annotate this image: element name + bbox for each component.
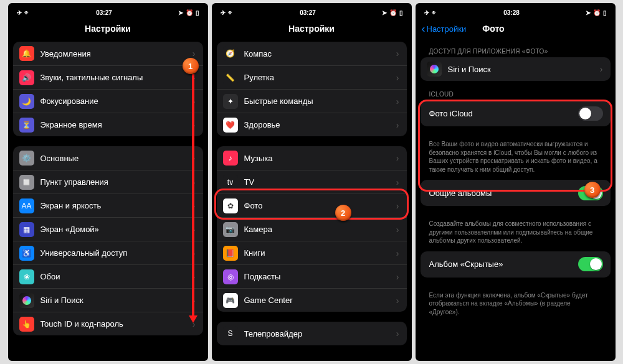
settings-row[interactable]: 👆Touch ID и код-пароль› — [13, 312, 203, 335]
chevron-right-icon: › — [396, 329, 399, 338]
settings-row[interactable]: 🔔Уведомления› — [13, 42, 203, 65]
app-icon: ◎ — [223, 269, 238, 284]
chevron-right-icon: › — [396, 49, 399, 58]
settings-row[interactable]: ❀Обои› — [13, 264, 203, 288]
app-icon: 📷 — [223, 222, 238, 237]
status-bar: ✈︎ᯤ 03:28 ➤⏰▯ — [416, 3, 616, 16]
back-button[interactable]: ‹ Настройки — [422, 22, 467, 35]
group-hidden-album: Альбом «Скрытые» — [421, 251, 611, 278]
wifi-icon: ᯤ — [24, 9, 31, 16]
battery-icon: ▯ — [196, 9, 199, 16]
settings-row[interactable]: ◎Подкасты› — [217, 264, 407, 288]
settings-row[interactable]: ◻️Пункт управления› — [13, 170, 203, 194]
alarm-icon: ⏰ — [593, 9, 601, 16]
page-header: Настройки — [8, 16, 208, 42]
settings-row[interactable]: 🌙Фокусирование› — [13, 89, 203, 113]
settings-row[interactable]: tvTV› — [217, 170, 407, 194]
page-title: Настройки — [288, 24, 335, 34]
row-label: Подкасты — [244, 272, 396, 281]
step-marker-2: 2 — [335, 205, 351, 221]
settings-row[interactable]: 🎮Game Center› — [217, 288, 407, 312]
settings-row[interactable]: 📕Книги› — [217, 241, 407, 264]
step-marker-3: 3 — [584, 182, 601, 198]
row-label: Камера — [244, 225, 396, 234]
settings-row[interactable]: ⏳Экранное время› — [13, 113, 203, 136]
settings-row[interactable]: 📏Рулетка› — [217, 65, 407, 89]
switch-icloud-photo[interactable] — [578, 106, 603, 121]
row-label: Обои — [40, 272, 193, 281]
row-label: Звуки, тактильные сигналы — [40, 73, 193, 82]
settings-row[interactable]: ♪Музыка› — [217, 146, 407, 170]
row-label: Универсальный доступ — [40, 248, 193, 258]
settings-row[interactable]: AAЭкран и яркость› — [13, 194, 203, 217]
row-label: Siri и Поиск — [448, 65, 600, 74]
settings-row[interactable]: ♿Универсальный доступ› — [13, 241, 203, 264]
app-icon: S — [223, 326, 238, 341]
row-hidden-album[interactable]: Альбом «Скрытые» — [421, 251, 611, 278]
chevron-right-icon: › — [396, 153, 399, 163]
row-label: Компас — [244, 49, 396, 58]
page-title: Настройки — [85, 24, 131, 34]
location-icon: ➤ — [382, 9, 387, 16]
airplane-icon: ✈︎ — [221, 9, 226, 16]
airplane-icon: ✈︎ — [17, 9, 22, 16]
row-label: Экран и яркость — [40, 201, 193, 210]
group-icloud-photo: Фото iCloud — [421, 100, 611, 126]
chevron-right-icon: › — [600, 64, 603, 74]
app-icon: ❀ — [19, 269, 34, 284]
settings-group-utilities: 🧭Компас›📏Рулетка›✦Быстрые команды›❤️Здор… — [217, 42, 407, 136]
settings-row[interactable]: ⚙️Основные› — [13, 146, 203, 170]
row-label: Фото — [244, 201, 396, 210]
row-label: Game Center — [244, 296, 396, 305]
app-icon: 📕 — [223, 246, 238, 261]
chevron-right-icon: › — [396, 201, 399, 211]
settings-row[interactable]: ✿Фото› — [217, 194, 407, 217]
settings-group-tvprovider: SТелепровайдер› — [217, 322, 407, 345]
settings-row[interactable]: ❤️Здоровье› — [217, 113, 407, 136]
svg-marker-1 — [189, 315, 197, 323]
settings-row[interactable]: Siri и Поиск› — [13, 288, 203, 312]
battery-icon: ▯ — [399, 9, 403, 16]
section-header-access: ДОСТУП ДЛЯ ПРИЛОЖЕНИЯ «ФОТО» — [421, 48, 611, 57]
app-icon: ♿ — [19, 246, 34, 261]
row-label: Пункт управления — [40, 177, 193, 187]
row-label: Основные — [40, 154, 193, 163]
chevron-right-icon: › — [396, 177, 399, 187]
row-label: TV — [244, 177, 396, 187]
chevron-right-icon: › — [396, 296, 399, 306]
row-shared-albums[interactable]: Общие альбомы — [421, 180, 611, 206]
status-bar: ✈︎ᯤ 03:27 ➤⏰▯ — [212, 3, 412, 16]
row-label: Siri и Поиск — [40, 296, 193, 305]
settings-row[interactable]: ▦Экран «Домой»› — [13, 217, 203, 241]
footer-hidden: Если эта функция включена, альбом «Скрыт… — [421, 287, 611, 323]
settings-row[interactable]: SТелепровайдер› — [217, 322, 407, 345]
app-icon: ▦ — [19, 222, 34, 237]
app-icon: 🔊 — [19, 70, 34, 85]
page-header: Настройки — [212, 16, 412, 42]
app-icon: ⚙️ — [19, 151, 34, 166]
switch-hidden-album[interactable] — [578, 257, 603, 271]
chevron-right-icon: › — [396, 225, 399, 235]
row-label: Общие альбомы — [429, 189, 578, 198]
footer-icloud: Все Ваши фото и видео автоматически выгр… — [421, 136, 611, 180]
row-label: Музыка — [244, 154, 396, 163]
app-icon: 🌙 — [19, 94, 34, 109]
app-icon: ✿ — [223, 198, 238, 213]
battery-icon: ▯ — [603, 9, 607, 16]
app-icon: 📏 — [223, 70, 238, 85]
app-icon: 🎮 — [223, 293, 238, 308]
row-label: Фокусирование — [40, 96, 193, 106]
app-icon: ◻️ — [19, 175, 34, 190]
settings-row[interactable]: 📷Камера› — [217, 217, 407, 241]
wifi-icon: ᯤ — [432, 9, 438, 16]
screen-3-photo-settings: ✈︎ᯤ 03:28 ➤⏰▯ ‹ Настройки Фото ДОСТУП ДЛ… — [416, 3, 616, 361]
scroll-arrow-icon — [189, 74, 197, 323]
settings-row[interactable]: ✦Быстрые команды› — [217, 89, 407, 113]
settings-row[interactable]: 🧭Компас› — [217, 42, 407, 65]
wifi-icon: ᯤ — [228, 9, 234, 16]
row-siri-search[interactable]: Siri и Поиск › — [421, 57, 611, 81]
app-icon: 🔔 — [19, 46, 34, 61]
page-title: Фото — [482, 24, 504, 34]
row-icloud-photo[interactable]: Фото iCloud — [421, 100, 611, 126]
settings-row[interactable]: 🔊Звуки, тактильные сигналы› — [13, 65, 203, 89]
